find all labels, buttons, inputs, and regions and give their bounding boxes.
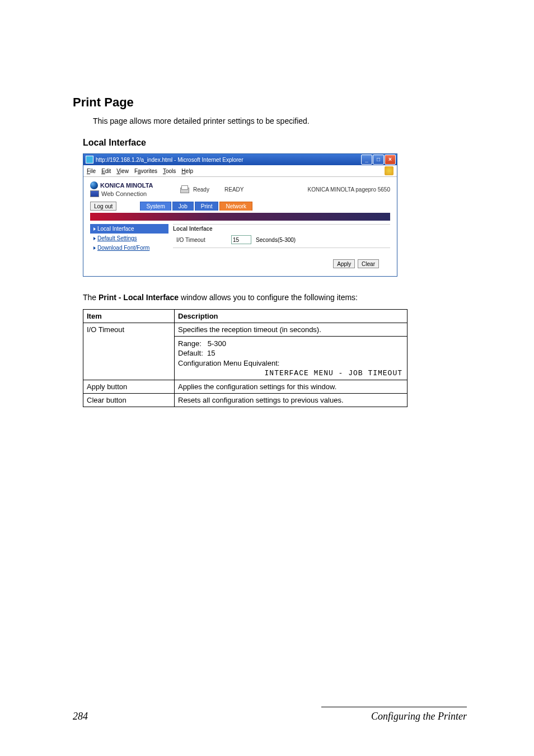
ie-window: http://192.168.1.2/a_index.html - Micros… [83, 153, 397, 277]
tab-system[interactable]: System [140, 202, 171, 211]
io-timeout-suffix: Seconds(5-300) [256, 237, 296, 243]
table-row: Clear button Resets all configuration se… [83, 394, 407, 407]
cell-item: Apply button [83, 380, 175, 394]
io-timeout-input[interactable] [231, 235, 251, 244]
menu-view[interactable]: View [116, 168, 129, 174]
pagescope-text: Web Connection [101, 190, 147, 197]
sidebar: Local Interface Default Settings Downloa… [90, 224, 168, 268]
model-label: KONICA MINOLTA pagepro 5650 [308, 186, 390, 193]
window-titlebar: http://192.168.1.2/a_index.html - Micros… [83, 154, 397, 165]
range-line: Range: 5-300 [178, 339, 404, 349]
menu-edit[interactable]: Edit [101, 168, 111, 174]
minimize-button[interactable]: _ [361, 155, 372, 165]
header-description: Description [175, 309, 407, 323]
footer-text: Configuring the Printer [371, 711, 467, 722]
cell-desc: Specifies the reception timeout (in seco… [175, 323, 407, 336]
triangle-icon [93, 227, 96, 231]
section-title: Print Page [73, 95, 467, 110]
brand-logo-icon [90, 181, 98, 189]
brand-text: KONICA MINOLTA [100, 182, 153, 189]
status-text: Ready [193, 186, 209, 193]
printer-status-icon [180, 185, 190, 193]
cell-desc-detail: Range: 5-300 Default: 15 Configuration M… [175, 336, 407, 380]
menubar: File Edit View Favorites Tools Help [83, 165, 397, 177]
footer-rule [321, 707, 467, 707]
cell-desc: Applies the configuration settings for t… [175, 380, 407, 394]
menu-tools[interactable]: Tools [163, 168, 176, 174]
table-header-row: Item Description [83, 309, 407, 323]
sidebar-item-label: Download Font/Form [97, 245, 149, 251]
cell-item: Clear button [83, 394, 175, 407]
page-number: 284 [73, 711, 88, 722]
table-row: I/O Timeout Specifies the reception time… [83, 323, 407, 336]
sidebar-item-label: Local Interface [97, 226, 134, 232]
desc-prefix: The [83, 293, 99, 302]
intro-text: This page allows more detailed printer s… [93, 116, 467, 125]
description-text: The Print - Local Interface window allow… [83, 292, 467, 304]
maximize-button[interactable]: □ [373, 155, 384, 165]
sidebar-item-default-settings[interactable]: Default Settings [90, 234, 168, 243]
logout-button[interactable]: Log out [90, 202, 116, 211]
clear-button[interactable]: Clear [358, 259, 379, 268]
mono-line: INTERFACE MENU - JOB TIMEOUT [178, 369, 404, 377]
window-title: http://192.168.1.2/a_index.html - Micros… [96, 157, 243, 163]
menu-file[interactable]: File [87, 168, 96, 174]
info-table: Item Description I/O Timeout Specifies t… [83, 309, 407, 408]
panel-title: Local Interface [173, 224, 390, 232]
triangle-icon [93, 246, 96, 250]
main-panel: Local Interface I/O Timeout Seconds(5-30… [168, 224, 390, 268]
tab-job[interactable]: Job [172, 202, 194, 211]
menu-help[interactable]: Help [181, 168, 193, 174]
table-row: Apply button Applies the configuration s… [83, 380, 407, 394]
apply-button[interactable]: Apply [333, 259, 355, 268]
ie-icon [86, 156, 93, 164]
ready-label: READY [224, 186, 280, 193]
sub-title: Local Interface [83, 138, 467, 148]
page-footer: 284 Configuring the Printer [73, 707, 467, 722]
pagescope-label: Web Connection [90, 190, 180, 197]
tab-print[interactable]: Print [195, 202, 219, 211]
pagescope-icon [90, 190, 99, 197]
header-gradient-bar [90, 213, 390, 221]
desc-suffix: window allows you to configure the follo… [179, 293, 358, 302]
tab-network[interactable]: Network [219, 202, 252, 211]
brand-logo: KONICA MINOLTA [90, 181, 180, 189]
ie-logo-icon [385, 166, 394, 175]
close-button[interactable]: × [385, 155, 396, 165]
triangle-icon [93, 237, 96, 240]
cell-desc: Resets all configuration settings to pre… [175, 394, 407, 407]
header-item: Item [83, 309, 175, 323]
sidebar-item-local-interface[interactable]: Local Interface [90, 224, 168, 234]
desc-bold: Print - Local Interface [99, 293, 179, 302]
sidebar-item-download-fontform[interactable]: Download Font/Form [90, 243, 168, 253]
screenshot: http://192.168.1.2/a_index.html - Micros… [83, 153, 467, 277]
default-line: Default: 15 [178, 348, 404, 358]
sidebar-item-label: Default Settings [97, 235, 137, 241]
io-timeout-label: I/O Timeout [173, 237, 227, 243]
menu-favorites[interactable]: Favorites [134, 168, 157, 174]
conf-line: Configuration Menu Equivalent: [178, 358, 404, 368]
cell-item: I/O Timeout [83, 323, 175, 380]
